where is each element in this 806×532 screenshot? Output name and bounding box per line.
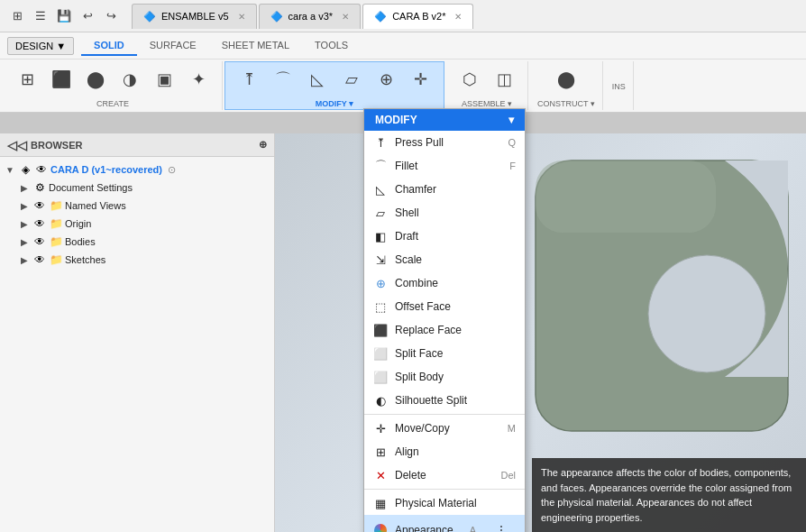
menu-item-move-copy[interactable]: ✛ Move/Copy M	[364, 417, 525, 440]
undo-icon[interactable]: ↩	[78, 6, 97, 26]
menu-item-silhouette-split[interactable]: ◐ Silhouette Split	[364, 389, 525, 412]
tree-toggle-origin[interactable]: ▶	[18, 217, 31, 230]
shortcut-delete: Del	[500, 470, 516, 481]
tree-toggle-root[interactable]: ▼	[4, 163, 16, 176]
folder-bodies-icon: 📁	[49, 234, 63, 249]
assemble-icon1: ⬡	[463, 71, 477, 87]
menu-item-draft[interactable]: ◧ Draft	[364, 225, 525, 248]
sweep-btn[interactable]: ◑	[114, 63, 146, 96]
tab-ensamble[interactable]: 🔷 ENSAMBLE v5 ✕	[132, 4, 257, 29]
more-options-icon[interactable]: ⋮	[487, 519, 516, 532]
menu-item-combine[interactable]: ⊕ Combine	[364, 271, 525, 295]
modify-menu-title: MODIFY	[375, 114, 417, 126]
tab-cara-a[interactable]: 🔷 cara a v3* ✕	[259, 4, 362, 29]
tab-icon: 🔷	[143, 11, 156, 23]
tab-surface[interactable]: SURFACE	[137, 36, 209, 56]
menu-label-delete: Delete	[395, 469, 426, 482]
construct-section: ⬤ CONSTRUCT ▾	[530, 61, 603, 110]
grid-icon[interactable]: ⊞	[7, 6, 27, 26]
tree-item-doc-settings[interactable]: ▶ ⚙ Document Settings	[14, 179, 274, 197]
browser-panel: ◁◁ BROWSER ⊕ ▼ ◈ 👁 CARA D (v1~recovered)…	[0, 133, 275, 532]
menu-item-offset-face[interactable]: ⬚ Offset Face	[364, 295, 525, 318]
loft-btn[interactable]: ▣	[148, 63, 180, 96]
revolve-btn[interactable]: ⬤	[79, 63, 112, 96]
move-copy-icon: ✛	[414, 71, 427, 87]
design-dropdown[interactable]: DESIGN ▼	[7, 37, 74, 55]
browser-options-icon[interactable]: ⊕	[259, 139, 267, 151]
tab-cara-b[interactable]: 🔷 CARA B v2* ✕	[362, 4, 473, 29]
shell-icon: ▱	[345, 71, 358, 87]
tree-toggle-named-views[interactable]: ▶	[18, 199, 31, 212]
silhouette-split-icon: ◐	[373, 393, 388, 408]
tree-toggle-bodies[interactable]: ▶	[18, 235, 31, 248]
menu-item-split-body[interactable]: ⬜ Split Body	[364, 365, 525, 389]
menu-item-chamfer[interactable]: ◺ Chamfer	[364, 178, 525, 201]
assemble-btn1[interactable]: ⬡	[453, 63, 486, 96]
eye-icon: 👁	[32, 198, 47, 213]
tree-root-label: CARA D (v1~recovered)	[50, 164, 162, 175]
menu-label-shell: Shell	[395, 206, 419, 219]
target-icon: ⊙	[168, 164, 176, 176]
browser-header: ◁◁ BROWSER ⊕	[0, 133, 274, 157]
appearance-icon	[373, 523, 388, 532]
tree-toggle-doc[interactable]: ▶	[18, 181, 31, 194]
tree-item-sketches[interactable]: ▶ 👁 📁 Sketches	[14, 251, 274, 269]
menu-item-scale[interactable]: ⇲ Scale	[364, 248, 525, 271]
more-create-btn[interactable]: ✦	[182, 63, 215, 96]
shortcut-press-pull: Q	[508, 137, 516, 148]
assemble-btn2[interactable]: ◫	[488, 63, 520, 96]
fillet-btn[interactable]: ⌒	[267, 63, 299, 96]
browser-collapse-icon[interactable]: ◁◁	[7, 138, 27, 152]
tab-solid[interactable]: SOLID	[81, 36, 137, 56]
menu-item-align[interactable]: ⊞ Align	[364, 440, 525, 463]
tree-item-bodies[interactable]: ▶ 👁 📁 Bodies	[14, 233, 274, 251]
menu-item-delete[interactable]: ✕ Delete Del	[364, 463, 525, 487]
chamfer-btn[interactable]: ◺	[301, 63, 334, 96]
tab-label: ENSAMBLE v5	[161, 11, 229, 22]
press-pull-menu-icon: ⤒	[373, 135, 388, 150]
tab-close-cara-a[interactable]: ✕	[342, 12, 349, 22]
tree-item-named-views[interactable]: ▶ 👁 📁 Named Views	[14, 197, 274, 215]
fillet-menu-icon: ⌒	[373, 159, 388, 173]
svg-point-1	[648, 255, 765, 372]
tab-sheet-metal[interactable]: SHEET METAL	[209, 36, 302, 56]
tree-toggle-sketches[interactable]: ▶	[18, 253, 31, 266]
press-pull-btn[interactable]: ⤒	[233, 63, 265, 96]
tree-root[interactable]: ▼ ◈ 👁 CARA D (v1~recovered) ⊙	[0, 161, 274, 179]
menu-label-split-face: Split Face	[395, 347, 443, 360]
tree-label-bodies: Bodies	[65, 236, 96, 247]
ribbon-toolbar: ⊞ ⬛ ⬤ ◑ ▣ ✦ CREATE	[0, 60, 806, 112]
tree-label-sketches: Sketches	[65, 254, 105, 265]
menu-label-physical-material: Physical Material	[395, 497, 477, 509]
tooltip-box: The appearance affects the color of bodi…	[532, 458, 806, 532]
revolve-icon: ⬤	[87, 71, 105, 87]
menu-icon[interactable]: ☰	[31, 6, 50, 26]
menu-item-physical-material[interactable]: ▦ Physical Material	[364, 491, 525, 515]
new-component-btn[interactable]: ⊞	[11, 63, 43, 96]
ribbon-tabs: SOLID SURFACE SHEET METAL TOOLS	[81, 36, 361, 56]
construct-btn1[interactable]: ⬤	[550, 63, 582, 96]
shortcut-appearance: A	[470, 525, 476, 532]
menu-item-replace-face[interactable]: ⬛ Replace Face	[364, 318, 525, 342]
menu-label-press-pull: Press Pull	[395, 136, 444, 149]
combine-btn[interactable]: ⊕	[370, 63, 402, 96]
tab-close-ensamble[interactable]: ✕	[238, 12, 245, 22]
tab-tools[interactable]: TOOLS	[302, 36, 361, 56]
modify-section: ⤒ ⌒ ◺ ▱ ⊕ ✛ MODIFY ▾	[224, 61, 444, 110]
redo-icon[interactable]: ↪	[101, 6, 121, 26]
menu-item-appearance[interactable]: Appearance A ⋮	[364, 515, 525, 532]
menu-item-shell[interactable]: ▱ Shell	[364, 201, 525, 225]
design-chevron: ▼	[56, 41, 66, 51]
menu-item-press-pull[interactable]: ⤒ Press Pull Q	[364, 131, 525, 154]
menu-item-split-face[interactable]: ⬜ Split Face	[364, 342, 525, 365]
move-copy-btn[interactable]: ✛	[404, 63, 436, 96]
tree-item-origin[interactable]: ▶ 👁 📁 Origin	[14, 215, 274, 233]
scale-menu-icon: ⇲	[373, 252, 388, 267]
tree-visibility-icon[interactable]: 👁	[34, 162, 49, 177]
save-icon[interactable]: 💾	[54, 6, 74, 26]
menu-item-fillet[interactable]: ⌒ Fillet F	[364, 154, 525, 178]
construct-icon1: ⬤	[557, 71, 575, 87]
tab-close-cara-b[interactable]: ✕	[454, 12, 462, 22]
extrude-btn[interactable]: ⬛	[45, 63, 78, 96]
shell-btn[interactable]: ▱	[335, 63, 368, 96]
